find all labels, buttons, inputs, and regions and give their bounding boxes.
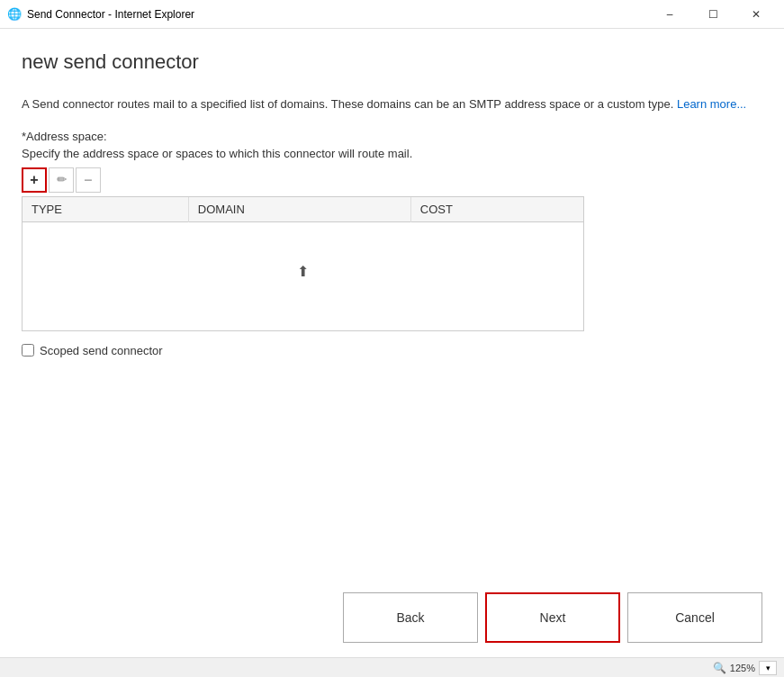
close-icon: ✕	[752, 8, 761, 21]
table-empty-area: ⬆	[23, 222, 583, 321]
scoped-connector-label[interactable]: Scoped send connector	[40, 344, 163, 357]
maximize-icon: ☐	[708, 8, 718, 21]
zoom-level: 125%	[730, 663, 755, 673]
edit-button[interactable]: ✏	[49, 167, 74, 193]
col-cost: COST	[410, 197, 583, 222]
minimize-icon: –	[667, 8, 673, 21]
delete-icon: –	[85, 172, 93, 188]
address-space-toolbar: + ✏ –	[22, 167, 762, 193]
cursor-icon: ⬆	[297, 263, 309, 280]
window-title: Send Connector - Internet Explorer	[27, 8, 649, 21]
delete-button[interactable]: –	[76, 167, 101, 193]
main-content: new send connector A Send connector rout…	[0, 29, 784, 578]
scoped-connector-checkbox[interactable]	[22, 344, 34, 357]
titlebar: 🌐 Send Connector - Internet Explorer – ☐…	[0, 0, 784, 29]
zoom-icon: 🔍	[713, 662, 726, 674]
col-domain: DOMAIN	[188, 197, 410, 222]
cancel-button[interactable]: Cancel	[627, 592, 762, 643]
minimize-button[interactable]: –	[649, 0, 690, 29]
close-button[interactable]: ✕	[735, 0, 777, 29]
description-text: A Send connector routes mail to a specif…	[22, 95, 762, 113]
back-button[interactable]: Back	[343, 592, 478, 643]
zoom-dropdown[interactable]: ▾	[759, 661, 777, 675]
statusbar: 🔍 125% ▾	[0, 657, 784, 677]
address-space-table-container: TYPE DOMAIN COST ⬆	[22, 196, 584, 331]
learn-more-link[interactable]: Learn more...	[677, 97, 746, 111]
next-button[interactable]: Next	[485, 592, 620, 643]
page-title: new send connector	[22, 50, 762, 74]
add-button[interactable]: +	[22, 167, 47, 193]
description-part1: A Send connector routes mail to a specif…	[22, 97, 673, 111]
col-type: TYPE	[23, 197, 188, 222]
edit-icon: ✏	[57, 173, 67, 186]
scoped-connector-row: Scoped send connector	[22, 344, 762, 357]
app-icon: 🌐	[7, 7, 22, 22]
address-space-table: TYPE DOMAIN COST	[23, 197, 583, 222]
table-header-row: TYPE DOMAIN COST	[23, 197, 583, 222]
footer: Back Next Cancel	[0, 578, 784, 657]
address-space-label: *Address space:	[22, 130, 762, 143]
address-space-hint: Specify the address space or spaces to w…	[22, 147, 762, 160]
maximize-button[interactable]: ☐	[692, 0, 734, 29]
window-controls: – ☐ ✕	[649, 0, 777, 29]
main-window: 🌐 Send Connector - Internet Explorer – ☐…	[0, 0, 784, 677]
